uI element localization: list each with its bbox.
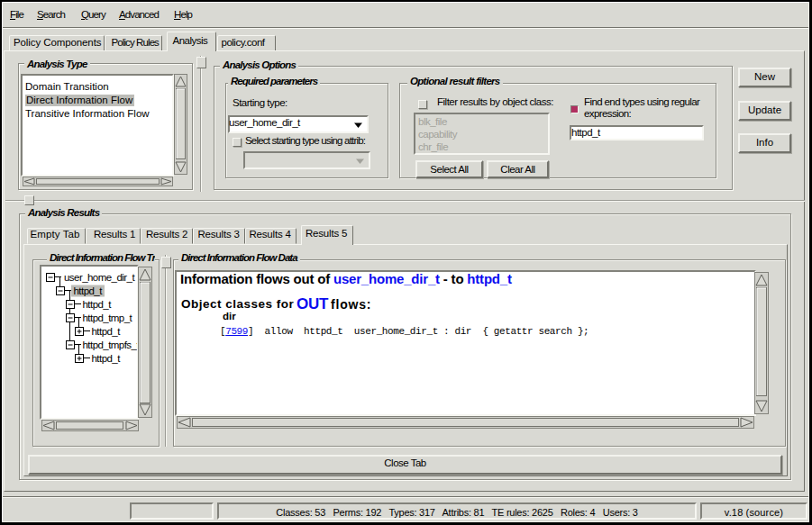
svg-text:httpd_tmpfs_t: httpd_tmpfs_t	[83, 339, 138, 350]
svg-text:httpd_tmp_t: httpd_tmp_t	[83, 312, 133, 323]
svg-text:httpd_t: httpd_t	[92, 326, 122, 337]
svg-text:httpd_t: httpd_t	[92, 353, 122, 364]
svg-text:httpd_t: httpd_t	[74, 285, 104, 296]
svg-text:httpd_t: httpd_t	[83, 299, 113, 310]
svg-text:user_home_dir_t: user_home_dir_t	[64, 272, 135, 283]
